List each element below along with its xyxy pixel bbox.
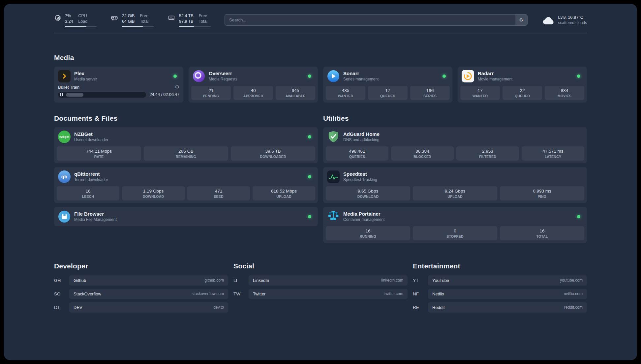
bookmarks: Developer GH Github github.com SO StackO… (54, 262, 587, 313)
playback-time: 24:44 / 02:06:47 (150, 92, 179, 97)
disk-total-value: 97.9 TB (179, 19, 194, 24)
bookmark-url: github.com (204, 278, 224, 283)
bookmark-abbr: NF (413, 291, 428, 296)
section-title-utilities: Utilities (323, 114, 587, 122)
service-description: Container management (343, 217, 384, 222)
status-dot (173, 75, 177, 78)
cpu-load-value: 3.24 (65, 19, 73, 24)
disk-free-value: 52.4 TB (179, 13, 194, 19)
bookmark-stackoverflow[interactable]: SO StackOverflow stackoverflow.com (54, 289, 228, 299)
search-input[interactable] (225, 14, 528, 26)
service-description: Speedtest Tracking (343, 177, 377, 182)
overseerr-icon (193, 70, 205, 82)
section-title-entertainment: Entertainment (413, 262, 587, 270)
stat-tile: 498,461 QUERIES (326, 146, 388, 161)
disk-total-label: Total (199, 19, 207, 24)
service-description: Media Requests (209, 77, 237, 81)
pause-icon[interactable] (60, 93, 63, 96)
service-card-speedtest[interactable]: Speedtest Speedtest Tracking 9.65 Gbps D… (323, 167, 587, 203)
bookmark-twitter[interactable]: TW Twitter twitter.com (233, 289, 408, 299)
stat-tile: 22 QUEUED (503, 86, 542, 100)
stat-tile: 16 RUNNING (326, 226, 410, 240)
bookmark-abbr: TW (233, 291, 249, 296)
stat-tile: 618.52 Mbps UPLOAD (253, 186, 315, 200)
bookmark-group-developer: Developer GH Github github.com SO StackO… (54, 262, 228, 313)
cpu-usage-value: 7% (65, 13, 73, 19)
media-group: Plex Media server Bullet Train ⚙ (54, 67, 587, 103)
cpu-widget: 7% 3.24 CPU Load (54, 13, 97, 27)
service-card-filebrowser[interactable]: File Browser Media File Management (54, 207, 318, 226)
status-dot (443, 75, 446, 78)
service-card-overseerr[interactable]: Overseerr Media Requests 21 PENDING 40 A… (189, 67, 318, 103)
memory-total-label: Total (140, 19, 148, 24)
status-dot (308, 75, 311, 78)
cpu-load-label: Load (78, 19, 87, 24)
cpu-icon (54, 14, 61, 21)
memory-icon (110, 14, 118, 21)
service-card-plex[interactable]: Plex Media server Bullet Train ⚙ (54, 67, 183, 103)
stat-tile: 39.6 TB DOWNLOADED (231, 146, 315, 161)
bookmark-url: stackoverflow.com (192, 291, 224, 296)
memory-free-label: Free (140, 13, 148, 19)
topbar-divider (54, 34, 587, 34)
stat-tile: 485 WANTED (326, 86, 365, 100)
search: G (225, 14, 528, 26)
bookmark-github[interactable]: GH Github github.com (54, 275, 228, 286)
stat-tile: 17 QUEUED (368, 86, 408, 100)
bookmark-linkedin[interactable]: LI LinkedIn linkedin.com (233, 275, 408, 286)
bookmark-url: youtube.com (560, 278, 583, 283)
adguard-icon (327, 131, 340, 143)
weather-location: Lviv, 16.87°C (558, 15, 587, 20)
service-name: File Browser (74, 211, 117, 217)
bookmark-group-entertainment: Entertainment YT YouTube youtube.com NF … (413, 262, 587, 313)
status-dot (308, 215, 311, 218)
gear-icon[interactable]: ⚙ (175, 85, 179, 90)
status-dot (308, 175, 311, 178)
stat-tile: 17 WANTED (460, 86, 500, 100)
filebrowser-icon (58, 210, 71, 223)
utilities-group: Utilities AdGuard Home (323, 114, 587, 243)
now-playing-title: Bullet Train (58, 85, 79, 90)
bookmark-url: twitter.com (384, 291, 403, 296)
bookmark-reddit[interactable]: RE Reddit reddit.com (413, 302, 587, 313)
bookmark-dev[interactable]: DT DEV dev.to (54, 302, 228, 313)
stat-tile: 266 GB REMAINING (144, 146, 228, 161)
section-title-media: Media (54, 54, 587, 62)
bookmark-abbr: YT (413, 278, 428, 283)
documents-group: Documents & Files nzbget NZBGet Usenet d… (54, 114, 318, 243)
bookmark-name: Reddit (432, 305, 445, 310)
bookmark-youtube[interactable]: YT YouTube youtube.com (413, 275, 587, 286)
service-card-nzbget[interactable]: nzbget NZBGet Usenet downloader 744.21 M… (54, 127, 318, 163)
bookmark-abbr: LI (233, 278, 249, 283)
service-card-portainer[interactable]: Media Portainer Container management 16 … (323, 207, 587, 243)
playback-progress-bar[interactable] (58, 92, 146, 98)
service-name: NZBGet (74, 131, 108, 137)
service-description: DNS and adblocking (343, 137, 380, 142)
stat-tile: 86,384 BLOCKED (391, 146, 454, 161)
service-description: Movie management (478, 77, 512, 81)
bookmark-abbr: DT (54, 305, 69, 310)
weather-condition: scattered clouds (558, 20, 587, 25)
bookmark-name: StackOverflow (74, 291, 101, 296)
bookmark-abbr: SO (54, 291, 69, 296)
disk-icon (168, 14, 175, 21)
bookmark-name: LinkedIn (253, 278, 269, 283)
bookmark-name: Twitter (253, 291, 265, 296)
service-card-qbittorrent[interactable]: qb qBittorrent Torrent downloader 16 LEE… (54, 167, 318, 203)
memory-widget: 22 GiB 64 GiB Free Total (110, 13, 154, 27)
search-engine-button[interactable]: G (515, 15, 527, 25)
weather-widget: Lviv, 16.87°C scattered clouds (542, 15, 587, 25)
service-card-radarr[interactable]: Radarr Movie management 17 WANTED 22 QUE… (458, 67, 587, 103)
stat-tile: 1.19 Gbps DOWNLOAD (122, 186, 185, 200)
stat-tile: 744.21 Mbps RATE (57, 146, 141, 161)
service-card-adguard[interactable]: AdGuard Home DNS and adblocking 498,461 … (323, 127, 587, 163)
speedtest-icon (327, 170, 340, 183)
portainer-icon (327, 210, 340, 223)
stat-tile: 0.993 ms PING (500, 186, 584, 200)
disk-widget: 52.4 TB 97.9 TB Free Total (168, 13, 211, 27)
screen-frame: 7% 3.24 CPU Load (0, 0, 641, 364)
bookmark-url: reddit.com (564, 305, 583, 310)
status-dot (577, 215, 580, 218)
bookmark-netflix[interactable]: NF Netflix netflix.com (413, 289, 587, 299)
service-card-sonarr[interactable]: Sonarr Series management 485 WANTED 17 Q… (323, 67, 452, 103)
